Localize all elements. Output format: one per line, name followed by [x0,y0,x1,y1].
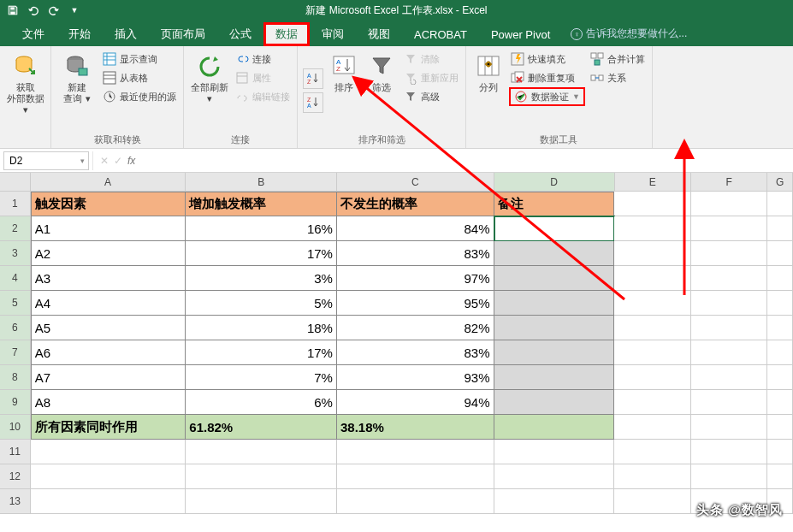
cell[interactable] [691,415,767,440]
cell[interactable]: 所有因素同时作用 [31,415,186,440]
col-header-c[interactable]: C [337,173,494,192]
cell[interactable] [691,316,767,340]
cell[interactable] [691,291,767,316]
cell[interactable]: 97% [337,266,494,291]
tab-view[interactable]: 视图 [356,22,402,46]
row-header[interactable]: 5 [0,291,31,316]
fx-icon[interactable]: fx [127,155,135,167]
col-header-a[interactable]: A [31,173,186,192]
cell[interactable] [186,464,337,489]
cell[interactable] [767,464,793,489]
cell[interactable]: A2 [31,241,186,266]
cell[interactable]: 5% [186,291,337,316]
cell[interactable]: 6% [186,390,337,415]
cell[interactable] [494,365,615,390]
cell[interactable]: 触发因素 [31,192,186,216]
cell[interactable] [494,316,615,340]
reapply-button[interactable]: 重新应用 [402,68,460,87]
cell[interactable] [691,340,767,365]
tab-data[interactable]: 数据 [263,22,310,46]
row-header[interactable]: 4 [0,266,31,291]
select-all-corner[interactable] [0,173,31,192]
cell[interactable]: 17% [186,340,337,365]
remove-duplicates-button[interactable]: 删除重复项 [509,68,585,87]
cell[interactable]: 38.18% [337,415,494,440]
cell[interactable] [691,241,767,266]
cell[interactable] [186,489,337,514]
cell[interactable] [614,390,690,415]
row-header[interactable]: 11 [0,440,31,464]
cell[interactable] [767,365,793,390]
cell[interactable]: A3 [31,266,186,291]
cell[interactable] [337,464,494,489]
cell[interactable]: 94% [337,390,494,415]
row-header[interactable]: 8 [0,365,31,390]
cell[interactable] [494,291,615,316]
cell[interactable] [494,415,615,440]
tab-review[interactable]: 审阅 [310,22,356,46]
cell[interactable] [691,266,767,291]
spreadsheet-grid[interactable]: A B C D E F G 1触发因素增加触发概率不发生的概率备注2A116%8… [0,173,793,514]
filter-button[interactable]: 筛选 [364,50,399,132]
formula-input[interactable] [142,151,793,170]
cell[interactable]: 3% [186,266,337,291]
cell[interactable] [614,216,690,241]
cell[interactable] [494,216,615,241]
row-header[interactable]: 6 [0,316,31,340]
save-icon[interactable] [3,2,22,19]
cell[interactable] [691,192,767,216]
cell[interactable] [494,340,615,365]
cell[interactable] [614,291,690,316]
cell[interactable] [494,390,615,415]
cell[interactable] [31,489,186,514]
cell[interactable] [691,365,767,390]
cell[interactable]: A6 [31,340,186,365]
row-header[interactable]: 10 [0,415,31,440]
cell[interactable] [767,316,793,340]
cell[interactable] [767,390,793,415]
cell[interactable]: 82% [337,316,494,340]
cell[interactable] [767,192,793,216]
cell[interactable]: 83% [337,241,494,266]
tab-insert[interactable]: 插入 [103,22,149,46]
cell[interactable] [31,440,186,464]
row-header[interactable]: 7 [0,340,31,365]
cell[interactable] [767,291,793,316]
col-header-f[interactable]: F [691,173,767,192]
row-header[interactable]: 2 [0,216,31,241]
cell[interactable] [494,440,615,464]
refresh-all-button[interactable]: 全部刷新▾ [189,50,230,132]
cell[interactable] [691,390,767,415]
relationships-button[interactable]: 关系 [589,68,647,87]
cell[interactable]: A5 [31,316,186,340]
cell[interactable]: 16% [186,216,337,241]
cell[interactable] [494,241,615,266]
cell[interactable]: 61.82% [186,415,337,440]
cell[interactable] [767,415,793,440]
cell[interactable]: 84% [337,216,494,241]
qat-dropdown-icon[interactable]: ▼ [65,2,84,19]
cell[interactable]: A7 [31,365,186,390]
tab-file[interactable]: 文件 [10,22,56,46]
cancel-icon[interactable]: ✕ [100,155,109,167]
undo-icon[interactable] [24,2,43,19]
cell[interactable]: 93% [337,365,494,390]
sort-button[interactable]: AZ排序 [327,50,361,132]
col-header-b[interactable]: B [186,173,337,192]
new-query-button[interactable]: 新建 查询 ▾ [56,50,98,132]
advanced-filter-button[interactable]: 高级 [402,87,460,106]
consolidate-button[interactable]: 合并计算 [589,50,647,68]
cell[interactable] [691,216,767,241]
properties-button[interactable]: 属性 [234,68,292,87]
cell[interactable]: 不发生的概率 [337,192,494,216]
connections-button[interactable]: 连接 [234,50,292,68]
cell[interactable]: 备注 [494,192,615,216]
recent-sources-button[interactable]: 最近使用的源 [101,87,178,106]
cell[interactable] [614,192,690,216]
cell[interactable] [767,216,793,241]
cell[interactable]: A8 [31,390,186,415]
data-validation-button[interactable]: 数据验证 ▼ [509,87,585,106]
cell[interactable] [614,464,690,489]
tab-layout[interactable]: 页面布局 [149,22,217,46]
from-table-button[interactable]: 从表格 [101,68,178,87]
